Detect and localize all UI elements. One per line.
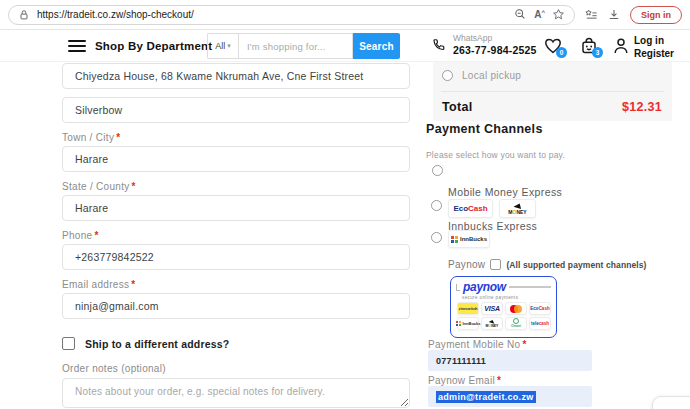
paynow-bracket xyxy=(456,284,460,291)
ship-different-label: Ship to a different address? xyxy=(85,338,229,350)
zimswitch-logo: zimswitch xyxy=(457,302,479,315)
order-notes-textarea[interactable] xyxy=(62,378,410,408)
mobile-money-radio[interactable] xyxy=(431,200,442,211)
visa-logo: VISA xyxy=(481,302,503,315)
innbucks-radio[interactable] xyxy=(431,232,442,243)
mastercard-logo xyxy=(505,302,527,315)
mobile-money-logos: EcoCash MONEY xyxy=(448,199,536,218)
onemoney-logo: MONEY xyxy=(499,199,536,218)
search-category-dropdown[interactable]: All▾ xyxy=(207,33,238,59)
town-city-input[interactable] xyxy=(62,146,410,172)
search-input[interactable] xyxy=(238,33,353,59)
payment-channels-title: Payment Channels xyxy=(426,122,543,136)
phone-input[interactable] xyxy=(62,244,410,270)
paynow-checkbox[interactable] xyxy=(490,259,501,270)
paynow-label: Paynow xyxy=(448,259,485,270)
phone-label: Phone* xyxy=(62,230,410,241)
ship-different-checkbox[interactable] xyxy=(62,337,75,350)
payment-column: Local pickup Total $12.31 Payment Channe… xyxy=(426,0,676,409)
telecash-logo: telecash xyxy=(529,317,551,330)
payment-mobile-field[interactable]: 0771111111 xyxy=(428,350,592,371)
paynow-email-label: Paynow Email* xyxy=(428,375,501,386)
omari-logo: Omari xyxy=(505,317,527,330)
order-summary-panel: Local pickup Total $12.31 xyxy=(433,62,672,121)
ecocash-logo: EcoCash xyxy=(448,199,493,218)
menu-icon[interactable] xyxy=(68,40,86,52)
ship-different-row: Ship to a different address? xyxy=(62,337,410,350)
local-pickup-label: Local pickup xyxy=(462,70,521,81)
paynow-logo: paynow xyxy=(463,280,506,294)
payment-subtitle: Please select how you want to pay. xyxy=(426,150,565,160)
innbucks-logo: InnBucks xyxy=(448,230,490,248)
paynow-card: paynow secure online payments zimswitch … xyxy=(450,276,557,338)
innbucks-small-logo: InnBucks xyxy=(457,317,479,330)
total-label: Total xyxy=(442,100,472,114)
paynow-email-field[interactable]: admin@tradeit.co.zw xyxy=(428,386,592,407)
mobile-money-express-label: Mobile Money Express xyxy=(448,186,562,198)
lock-icon xyxy=(18,9,30,21)
state-county-input[interactable] xyxy=(62,195,410,221)
chevron-down-icon: ▾ xyxy=(227,42,231,50)
chat-widget-button[interactable] xyxy=(652,396,690,409)
paynow-row: Paynow (All supported payment channels) xyxy=(448,259,647,270)
search-button[interactable]: Search xyxy=(353,33,400,59)
paynow-tagline: secure online payments xyxy=(462,295,551,300)
ecocash-small-logo: EcoCash xyxy=(529,302,551,315)
paynow-methods: zimswitch VISA EcoCash InnBucks MONEY Om… xyxy=(457,302,551,330)
innbucks-grid-icon xyxy=(451,236,458,243)
paynow-email-value: admin@tradeit.co.zw xyxy=(436,391,536,403)
payment-mobile-value: 0771111111 xyxy=(436,356,486,366)
total-row: Total $12.31 xyxy=(442,100,662,114)
address-line1-input[interactable] xyxy=(62,63,410,89)
search-bar: All▾ Search xyxy=(207,33,400,59)
payment-mobile-label: Payment Mobile No* xyxy=(428,339,527,350)
order-notes-label: Order notes (optional) xyxy=(62,363,410,374)
checkout-page: https://tradeit.co.zw/shop-checkout/ A^ xyxy=(0,0,690,409)
summary-divider xyxy=(441,91,664,92)
paynow-line xyxy=(509,286,551,288)
onemoney-small-logo: MONEY xyxy=(481,317,503,330)
email-label: Email address* xyxy=(62,279,410,290)
shop-by-department[interactable]: Shop By Department xyxy=(95,40,212,52)
total-value: $12.31 xyxy=(622,100,662,114)
address-line2-input[interactable] xyxy=(62,97,410,123)
billing-form: Town / City* State / County* Phone* Emai… xyxy=(62,63,410,409)
email-input[interactable] xyxy=(62,293,410,319)
state-county-label: State / County* xyxy=(62,181,410,192)
payment-option-radio-empty[interactable] xyxy=(432,165,443,176)
town-city-label: Town / City* xyxy=(62,132,410,143)
paynow-note: (All supported payment channels) xyxy=(506,260,646,270)
shipping-option-row: Local pickup xyxy=(442,70,521,81)
local-pickup-radio[interactable] xyxy=(442,70,453,81)
